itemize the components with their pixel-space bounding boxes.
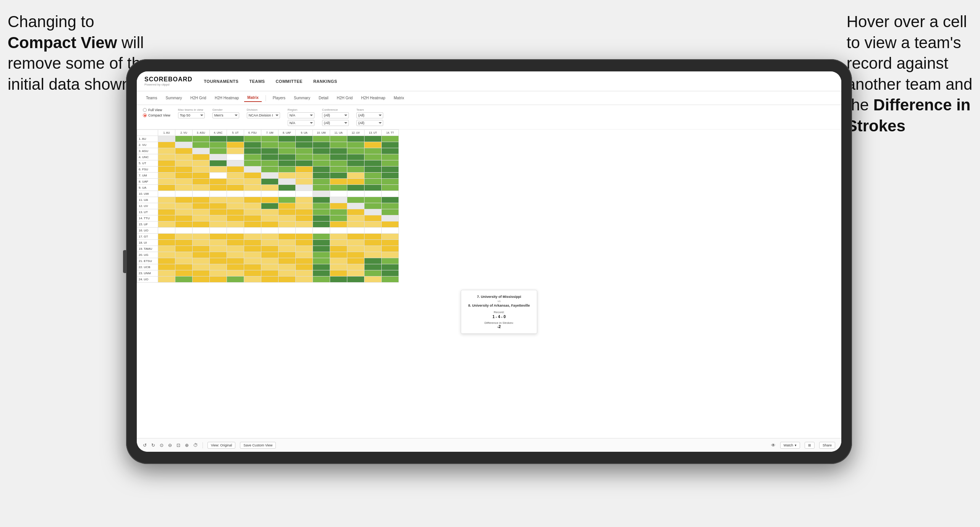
matrix-cell[interactable] (158, 154, 175, 160)
matrix-cell[interactable] (227, 221, 244, 228)
matrix-cell[interactable] (347, 215, 364, 221)
matrix-cell[interactable] (313, 276, 330, 283)
matrix-cell[interactable] (244, 276, 261, 283)
matrix-cell[interactable] (227, 154, 244, 160)
matrix-cell[interactable] (364, 246, 382, 252)
matrix-cell[interactable] (158, 185, 175, 191)
matrix-cell[interactable] (330, 185, 347, 191)
matrix-cell[interactable] (279, 240, 296, 246)
matrix-cell[interactable] (227, 197, 244, 203)
matrix-cell[interactable] (210, 221, 227, 228)
matrix-cell[interactable] (382, 240, 399, 246)
matrix-cell[interactable] (330, 167, 347, 173)
matrix-cell[interactable] (210, 276, 227, 283)
matrix-cell[interactable] (261, 148, 279, 154)
matrix-cell[interactable] (227, 228, 244, 234)
matrix-cell[interactable] (244, 264, 261, 270)
matrix-cell[interactable] (261, 252, 279, 258)
matrix-cell[interactable] (382, 203, 399, 209)
matrix-cell[interactable] (364, 191, 382, 197)
filter-max-teams-select[interactable]: Top 50 (178, 112, 205, 118)
matrix-cell[interactable] (227, 246, 244, 252)
matrix-cell[interactable] (330, 228, 347, 234)
matrix-cell[interactable] (158, 209, 175, 215)
nav-rankings[interactable]: RANKINGS (313, 78, 337, 85)
filter-team-select1[interactable]: (All) (356, 112, 383, 118)
matrix-cell[interactable] (193, 234, 210, 240)
matrix-cell[interactable] (158, 160, 175, 167)
matrix-cell[interactable] (313, 252, 330, 258)
matrix-cell[interactable] (330, 234, 347, 240)
matrix-cell[interactable] (279, 148, 296, 154)
matrix-cell[interactable] (313, 160, 330, 167)
matrix-cell[interactable] (313, 228, 330, 234)
reset-icon[interactable]: ⊙ (160, 443, 164, 448)
zoom-in-icon[interactable]: ⊕ (185, 443, 189, 448)
matrix-cell[interactable] (313, 246, 330, 252)
matrix-cell[interactable] (313, 185, 330, 191)
matrix-cell[interactable] (261, 142, 279, 148)
matrix-cell[interactable] (364, 148, 382, 154)
matrix-cell[interactable] (175, 228, 193, 234)
matrix-cell[interactable] (210, 258, 227, 264)
matrix-cell[interactable] (244, 191, 261, 197)
radio-full-view[interactable]: Full View (143, 108, 170, 112)
matrix-cell[interactable] (382, 160, 399, 167)
matrix-cell[interactable] (382, 252, 399, 258)
matrix-cell[interactable] (279, 142, 296, 148)
matrix-cell[interactable] (347, 197, 364, 203)
matrix-cell[interactable] (210, 215, 227, 221)
tab-summary-right[interactable]: Summary (291, 94, 313, 102)
matrix-cell[interactable] (296, 252, 313, 258)
matrix-cell[interactable] (313, 258, 330, 264)
matrix-cell[interactable] (193, 270, 210, 276)
matrix-cell[interactable] (175, 185, 193, 191)
matrix-cell[interactable] (296, 215, 313, 221)
tab-summary-left[interactable]: Summary (162, 94, 185, 102)
matrix-cell[interactable] (261, 209, 279, 215)
matrix-cell[interactable] (296, 228, 313, 234)
matrix-cell[interactable] (227, 240, 244, 246)
matrix-cell[interactable] (261, 234, 279, 240)
matrix-cell[interactable] (364, 209, 382, 215)
matrix-cell[interactable] (244, 221, 261, 228)
matrix-cell[interactable] (382, 270, 399, 276)
zoom-out-icon[interactable]: ⊖ (168, 443, 172, 448)
matrix-cell[interactable] (261, 136, 279, 142)
matrix-cell[interactable] (210, 173, 227, 179)
matrix-cell[interactable] (210, 136, 227, 142)
watch-icon[interactable]: 👁 (771, 443, 776, 448)
matrix-cell[interactable] (347, 179, 364, 185)
matrix-cell[interactable] (364, 167, 382, 173)
matrix-cell[interactable] (364, 264, 382, 270)
matrix-cell[interactable] (175, 209, 193, 215)
matrix-cell[interactable] (313, 209, 330, 215)
matrix-cell[interactable] (364, 154, 382, 160)
matrix-cell[interactable] (347, 252, 364, 258)
matrix-cell[interactable] (158, 136, 175, 142)
matrix-cell[interactable] (261, 160, 279, 167)
matrix-cell[interactable] (313, 221, 330, 228)
tab-h2h-grid-right[interactable]: H2H Grid (334, 94, 356, 102)
matrix-cell[interactable] (364, 173, 382, 179)
matrix-cell[interactable] (364, 234, 382, 240)
matrix-cell[interactable] (330, 197, 347, 203)
matrix-cell[interactable] (313, 264, 330, 270)
matrix-cell[interactable] (330, 240, 347, 246)
matrix-cell[interactable] (244, 203, 261, 209)
matrix-cell[interactable] (193, 215, 210, 221)
matrix-cell[interactable] (158, 167, 175, 173)
matrix-cell[interactable] (227, 148, 244, 154)
matrix-cell[interactable] (158, 191, 175, 197)
matrix-cell[interactable] (296, 136, 313, 142)
matrix-cell[interactable] (210, 209, 227, 215)
matrix-cell[interactable] (244, 148, 261, 154)
matrix-cell[interactable] (175, 234, 193, 240)
matrix-cell[interactable] (279, 270, 296, 276)
matrix-cell[interactable] (347, 191, 364, 197)
matrix-cell[interactable] (330, 191, 347, 197)
matrix-cell[interactable] (279, 167, 296, 173)
matrix-cell[interactable] (210, 167, 227, 173)
matrix-cell[interactable] (158, 264, 175, 270)
matrix-cell[interactable] (261, 246, 279, 252)
